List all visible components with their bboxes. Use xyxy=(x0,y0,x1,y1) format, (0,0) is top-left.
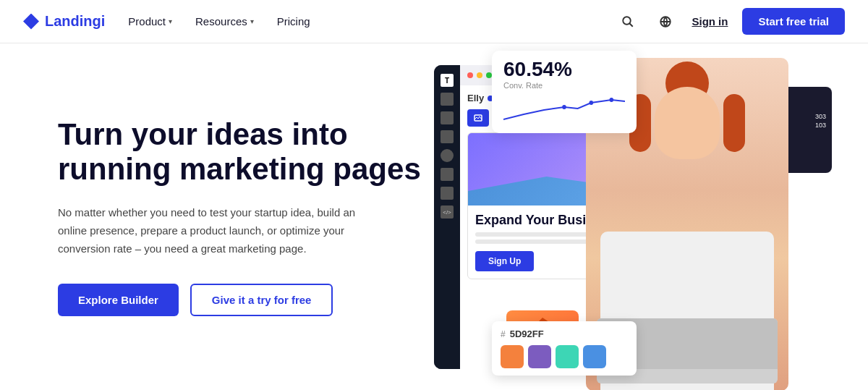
logo[interactable]: Landingi xyxy=(23,13,105,30)
nav-left: Landingi Product ▾ Resources ▾ Pricing xyxy=(23,13,310,30)
conv-label: Conv. Rate xyxy=(503,81,625,90)
dot-red xyxy=(467,72,473,78)
explore-builder-button[interactable]: Explore Builder xyxy=(58,284,179,316)
hex-value: 5D92FF xyxy=(510,328,544,339)
hash-symbol: # xyxy=(501,329,506,339)
search-button[interactable] xyxy=(616,10,639,33)
img-icon xyxy=(474,114,482,122)
panel-w-value: 303 xyxy=(815,113,826,120)
signup-button[interactable]: Sign Up xyxy=(475,251,534,271)
nav-pricing[interactable]: Pricing xyxy=(277,15,310,27)
panel-h-value: 103 xyxy=(815,122,826,129)
toolbar-text-icon: T xyxy=(441,74,454,87)
face xyxy=(655,87,720,159)
logo-icon xyxy=(23,14,39,30)
start-trial-button[interactable]: Start free trial xyxy=(742,8,845,35)
nav-product[interactable]: Product ▾ xyxy=(128,15,172,27)
hero-buttons: Explore Builder Give it a try for free xyxy=(58,284,434,316)
navbar: Landingi Product ▾ Resources ▾ Pricing S… xyxy=(0,0,868,43)
try-free-button[interactable]: Give it a try for free xyxy=(190,284,333,316)
hero-section: Turn your ideas into running marketing p… xyxy=(0,43,868,390)
toolbar-icon-2 xyxy=(441,111,454,124)
globe-icon xyxy=(659,15,672,28)
logo-text: Landingi xyxy=(45,13,105,30)
conversion-rate: 60.54% xyxy=(503,58,625,81)
globe-button[interactable] xyxy=(654,10,677,33)
svg-line-1 xyxy=(630,23,634,27)
nav-resources-label: Resources xyxy=(195,15,247,27)
nav-pricing-label: Pricing xyxy=(277,15,310,27)
sign-in-button[interactable]: Sign in xyxy=(692,15,728,27)
toolbar-icon-5 xyxy=(441,168,454,181)
elly-name: Elly xyxy=(467,93,484,103)
swatch-teal xyxy=(556,345,579,368)
toolbar-icon-4 xyxy=(441,149,454,162)
toolbar-icon-6 xyxy=(441,187,454,200)
color-swatches xyxy=(501,345,628,368)
toolbar-icon-3 xyxy=(441,130,454,143)
palette-card: # 5D92FF xyxy=(492,321,637,376)
dot-green xyxy=(486,72,492,78)
svg-point-5 xyxy=(610,98,614,102)
hero-right: 60.54% Conv. Rate T </> xyxy=(434,43,825,390)
search-icon xyxy=(621,15,634,28)
hero-left: Turn your ideas into running marketing p… xyxy=(58,117,434,317)
icon-box-1 xyxy=(467,109,489,127)
svg-point-3 xyxy=(562,105,566,109)
hair-right xyxy=(723,94,745,152)
swatch-orange xyxy=(501,345,524,368)
conversion-chart xyxy=(503,94,625,123)
chevron-down-icon: ▾ xyxy=(169,17,172,25)
svg-point-4 xyxy=(590,101,594,105)
chevron-down-icon: ▾ xyxy=(250,17,254,25)
swatch-purple xyxy=(528,345,551,368)
conversion-card: 60.54% Conv. Rate xyxy=(492,51,637,133)
editor-toolbar: T </> xyxy=(434,65,460,369)
svg-point-0 xyxy=(624,17,631,25)
nav-product-label: Product xyxy=(128,15,166,27)
palette-top: # 5D92FF xyxy=(501,328,628,339)
dot-yellow xyxy=(477,72,482,78)
nav-right: Sign in Start free trial xyxy=(616,8,845,35)
hero-title: Turn your ideas into running marketing p… xyxy=(58,117,434,187)
nav-resources[interactable]: Resources ▾ xyxy=(195,15,254,27)
toolbar-icon-7: </> xyxy=(441,205,454,219)
toolbar-icon-1 xyxy=(441,93,454,106)
hero-description: No matter whether you need to test your … xyxy=(58,204,376,258)
swatch-blue xyxy=(583,345,606,368)
